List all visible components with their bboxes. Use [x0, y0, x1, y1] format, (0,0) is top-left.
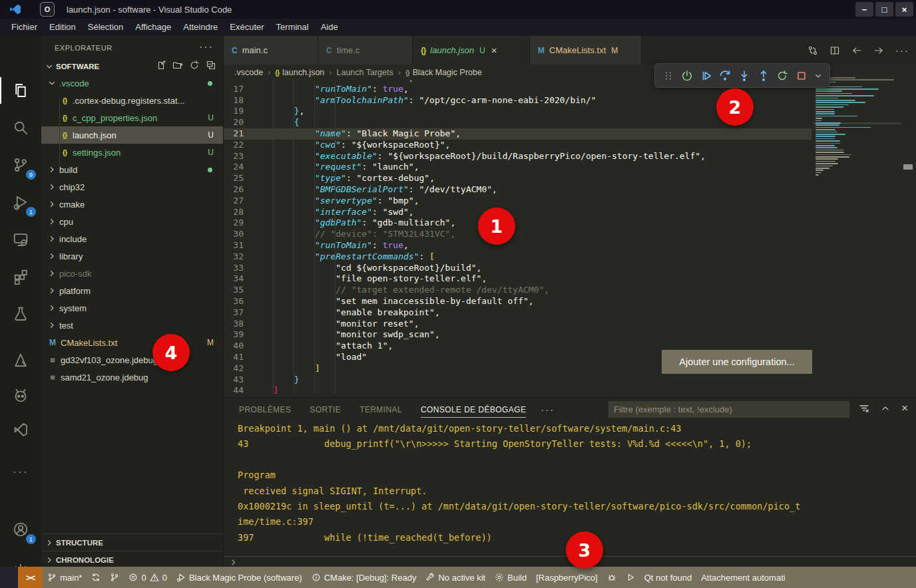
status-item-qt-not-found[interactable]: Qt not found — [640, 573, 697, 583]
more-actions-icon[interactable]: ··· — [895, 45, 909, 56]
panel-more-icon[interactable]: ··· — [541, 404, 555, 415]
tree-item-build[interactable]: build — [41, 161, 223, 178]
section-header-structure[interactable]: STRUCTURE — [41, 533, 223, 551]
minimize-button[interactable]: − — [855, 2, 873, 17]
tree-item--cortex-debug-registers-stat-[interactable]: {}.cortex-debug.registers.stat... — [41, 92, 223, 109]
debug-filter-input[interactable] — [608, 401, 849, 418]
status-item--raspberrypico-[interactable]: [RaspberryPico] — [531, 573, 602, 583]
breadcrumb-item[interactable]: Launch Targets — [336, 68, 393, 77]
tree-item-system[interactable]: system — [41, 299, 223, 317]
more-chevron[interactable] — [814, 72, 822, 80]
activity-testing[interactable] — [0, 298, 41, 330]
new-file-icon[interactable] — [156, 60, 166, 71]
section-header-chronologie[interactable]: CHRONOLOGIE — [41, 551, 223, 567]
close-panel-icon[interactable]: × — [901, 402, 908, 415]
split-editor-icon[interactable] — [829, 45, 840, 56]
tree-item--vscode[interactable]: .vscode — [41, 74, 223, 92]
activity-remote-explorer[interactable] — [0, 223, 41, 255]
activity-accounts[interactable]: 1 — [0, 514, 41, 545]
close-tab-icon[interactable]: × — [491, 45, 497, 56]
breadcrumb-item[interactable]: .vscode — [234, 68, 263, 77]
status-item[interactable] — [602, 573, 621, 582]
menu-executer[interactable]: Exécuter — [224, 19, 270, 36]
remote-indicator[interactable]: >< — [18, 567, 43, 588]
activity-extensions[interactable] — [0, 261, 41, 293]
power-button[interactable] — [681, 70, 693, 82]
new-folder-icon[interactable] — [172, 60, 183, 71]
status-item-build[interactable]: Build — [490, 573, 531, 583]
menu-terminal[interactable]: Terminal — [270, 19, 315, 36]
maximize-button[interactable]: □ — [875, 2, 893, 17]
breadcrumb-item[interactable]: Black Magic Probe — [413, 68, 482, 77]
step-out-button[interactable] — [758, 70, 770, 82]
sidebar-more-icon[interactable]: ··· — [199, 41, 214, 53]
status-item[interactable] — [105, 573, 124, 582]
panel-tab-sortie[interactable]: SORTIE — [310, 398, 341, 421]
close-button[interactable]: × — [895, 2, 913, 17]
menu-edition[interactable]: Edition — [43, 19, 82, 36]
compare-icon[interactable] — [807, 45, 818, 56]
tree-item-platform[interactable]: platform — [41, 282, 223, 299]
refresh-icon[interactable] — [189, 60, 200, 71]
editor-scrollbar[interactable] — [903, 164, 913, 170]
tree-item-launch-json[interactable]: {}launch.jsonU — [41, 126, 223, 144]
activity-cmake[interactable] — [0, 345, 41, 376]
status-item-0[interactable]: 00 — [124, 573, 171, 583]
status-item-black-magic-probe-softwa[interactable]: Black Magic Probe (software) — [172, 573, 307, 583]
status-item[interactable] — [621, 573, 640, 582]
breadcrumb-item[interactable]: launch.json — [282, 68, 324, 77]
tree-item-settings-json[interactable]: {}settings.jsonU — [41, 144, 223, 161]
activity-more[interactable]: ··· — [0, 456, 41, 488]
tree-item-pico-sdk[interactable]: pico-sdk — [41, 265, 223, 282]
tree-item-cpu[interactable]: cpu — [41, 213, 223, 230]
activity-search[interactable] — [0, 112, 41, 144]
step-into-button[interactable] — [738, 70, 750, 82]
activity-explorer[interactable] — [0, 74, 41, 106]
panel-tab-console-de-de-bogage[interactable]: CONSOLE DE DÉBOGAGE — [421, 398, 526, 421]
collapse-all-icon[interactable] — [206, 60, 216, 71]
tree-item-test[interactable]: test — [41, 317, 223, 334]
status-item-main-[interactable]: main* — [43, 573, 87, 583]
activity-source-control[interactable]: 9 — [0, 149, 41, 181]
menu-atteindre[interactable]: Atteindre — [177, 19, 224, 36]
menu-aide[interactable]: Aide — [315, 19, 344, 36]
status-item-attachement-automati[interactable]: Attachement automati — [696, 573, 790, 583]
tab-time-c[interactable]: Ctime.c — [318, 36, 413, 65]
activity-visual-studio[interactable] — [0, 414, 41, 446]
code-editor[interactable]: 16 "interface": "swd",17 "runToMain": tr… — [224, 74, 811, 397]
tab-main-c[interactable]: Cmain.c — [224, 36, 318, 65]
add-configuration-button[interactable]: Ajouter une configuration... — [662, 350, 812, 374]
activity-run-debug[interactable]: 1 — [0, 186, 41, 218]
menu-selection[interactable]: Sélection — [82, 19, 129, 36]
tree-item-include[interactable]: include — [41, 230, 223, 247]
tab-cmakelists-txt[interactable]: MCMakeLists.txtM — [530, 36, 642, 65]
activity-platformio[interactable] — [0, 379, 41, 411]
step-over-button[interactable] — [719, 70, 731, 82]
stop-button[interactable] — [796, 70, 807, 82]
status-item-no-active-kit[interactable]: No active kit — [421, 573, 490, 583]
restart-button[interactable] — [776, 70, 788, 82]
tree-item-cmakelists-txt[interactable]: MCMakeLists.txtM — [41, 334, 223, 351]
tree-item-cmake[interactable]: cmake — [41, 196, 223, 213]
continue-button[interactable] — [700, 70, 712, 82]
menu-affichage[interactable]: Affichage — [129, 19, 177, 36]
minimap[interactable] — [813, 74, 901, 397]
tab-launch-json[interactable]: {}launch.jsonU× — [413, 36, 530, 65]
menu-fichier[interactable]: Fichier — [5, 19, 43, 36]
maximize-panel-icon[interactable] — [881, 404, 890, 413]
tree-item-samd21-ozone-jdebug[interactable]: ≡samd21_ozone.jdebug — [41, 368, 223, 386]
arrow-left-icon[interactable] — [851, 45, 862, 56]
status-item-cmake-debug-ready[interactable]: CMake: [Debug]: Ready — [307, 573, 421, 583]
symbol-braces-icon: {} — [405, 68, 409, 77]
json-file-icon: {} — [59, 148, 71, 156]
tree-item-library[interactable]: library — [41, 247, 223, 265]
panel-tab-proble-mes[interactable]: PROBLÈMES — [239, 398, 291, 421]
arrow-right-icon[interactable] — [873, 45, 884, 56]
tree-item-chip32[interactable]: chip32 — [41, 178, 223, 196]
panel-tab-terminal[interactable]: TERMINAL — [359, 398, 402, 421]
status-item[interactable] — [87, 573, 105, 582]
tree-item-c-cpp-properties-json[interactable]: {}c_cpp_properties.jsonU — [41, 109, 223, 126]
tree-item-gd32vf103-ozone-jdebug[interactable]: ≡gd32vf103_ozone.jdebug — [41, 351, 223, 368]
filter-clear-icon[interactable] — [859, 403, 869, 414]
cmake-file-icon: M — [538, 46, 545, 55]
